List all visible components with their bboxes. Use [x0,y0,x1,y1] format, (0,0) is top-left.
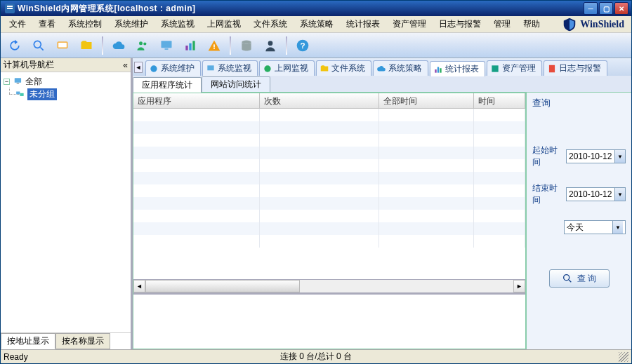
sidebar-collapse-icon[interactable]: « [123,60,128,70]
svg-rect-17 [15,78,21,82]
chevron-down-icon[interactable]: ▼ [614,150,625,163]
tabs-scroll-left-icon[interactable]: ◄ [134,62,143,73]
modtab-sysmon[interactable]: 系统监视 [202,60,258,76]
start-time-label: 起始时间 [532,144,563,168]
grid-body[interactable] [133,109,525,279]
svg-rect-10 [192,41,195,50]
col-count[interactable]: 次数 [260,93,379,108]
close-button[interactable]: ✕ [614,2,628,15]
tool-cloud-icon[interactable] [109,36,129,55]
tool-database-icon[interactable] [237,36,256,55]
toolbar-separator [102,36,103,55]
grid-header: 应用程序 次数 全部时间 时间 [133,93,525,109]
range-combo[interactable]: ▼ [564,220,626,234]
chevron-down-icon[interactable]: ▼ [612,221,623,234]
tool-user-icon[interactable] [261,36,280,55]
chevron-down-icon[interactable]: ▼ [614,188,625,201]
range-input[interactable] [565,221,612,234]
menu-sysmon[interactable]: 系统监视 [155,17,200,32]
query-button-label: 查 询 [577,273,596,285]
tool-users-icon[interactable] [133,36,152,55]
group-icon [15,88,26,100]
sidetab-by-address[interactable]: 按地址显示 [1,333,55,349]
svg-point-29 [563,275,569,281]
tree-expander-icon[interactable]: − [4,79,10,85]
tree-label: 未分组 [27,88,57,100]
brand-logo: WinShield [562,17,628,32]
col-app[interactable]: 应用程序 [133,93,260,108]
tool-refresh-icon[interactable] [5,36,25,55]
modtab-sysmaint[interactable]: 系统维护 [145,60,201,76]
svg-rect-25 [437,67,439,72]
menu-help[interactable]: 帮助 [518,17,546,32]
menubar: 文件 查看 系统控制 系统维护 系统监视 上网监视 文件系统 系统策略 统计报表… [1,16,631,33]
window-title: WinShield内网管理系统[localhost : admin] [18,3,584,15]
svg-rect-22 [207,65,213,70]
menu-assets[interactable]: 资产管理 [387,17,432,32]
minimize-button[interactable]: ─ [584,2,598,15]
svg-point-5 [143,42,146,45]
menu-syscontrol[interactable]: 系统控制 [62,17,107,32]
svg-rect-9 [189,43,191,50]
menu-logs[interactable]: 日志与报警 [433,17,487,32]
svg-rect-12 [213,48,215,49]
tool-help-icon[interactable]: ? [293,36,312,55]
tree-node-all[interactable]: − 全部 [2,75,129,88]
end-time-combo[interactable]: ▼ [566,187,626,201]
start-time-input[interactable] [567,150,614,163]
modtab-filesys[interactable]: 文件系统 [316,60,371,76]
resize-grip-icon[interactable] [619,352,628,362]
maximize-button[interactable]: ▢ [599,2,613,15]
sidetab-by-name[interactable]: 按名称显示 [55,333,110,349]
svg-point-13 [242,40,251,43]
scroll-right-icon[interactable]: ► [513,280,525,292]
menu-netmon[interactable]: 上网监视 [202,17,246,32]
end-time-input[interactable] [567,188,614,201]
menu-file[interactable]: 文件 [4,17,32,32]
modtab-reports[interactable]: 统计报表 [430,61,485,76]
col-time[interactable]: 时间 [474,93,525,108]
tool-chart-icon[interactable] [180,36,200,55]
col-total[interactable]: 全部时间 [379,93,474,108]
tool-monitor-icon[interactable] [157,36,176,55]
sidebar-bottom-tabs: 按地址显示 按名称显示 [1,332,131,349]
modtab-assets[interactable]: 资产管理 [487,60,542,76]
titlebar: WinShield内网管理系统[localhost : admin] ─ ▢ ✕ [1,1,631,16]
modtab-logs[interactable]: 日志与报警 [544,60,607,76]
svg-point-4 [139,41,143,45]
tool-search-icon[interactable] [29,36,48,55]
sidebar-header: 计算机导航栏 « [1,58,131,72]
tool-warning-icon[interactable] [204,36,224,55]
query-button[interactable]: 查 询 [549,269,610,288]
svg-rect-6 [162,41,172,48]
start-time-combo[interactable]: ▼ [566,149,626,163]
brand-text: WinShield [580,19,624,30]
tool-folder-icon[interactable] [77,36,96,55]
modtab-syspolicy[interactable]: 系统策略 [373,60,428,76]
svg-rect-7 [165,48,169,50]
menu-view[interactable]: 查看 [33,17,61,32]
scroll-thumb[interactable] [145,280,300,292]
tool-scan-icon[interactable] [53,36,72,55]
svg-rect-19 [16,92,20,95]
query-title: 查询 [532,97,626,109]
svg-rect-20 [20,93,23,96]
menu-reports[interactable]: 统计报表 [341,17,386,32]
menu-sysmaint[interactable]: 系统维护 [109,17,154,32]
tree-node-ungrouped[interactable]: 未分组 [2,88,129,100]
subtab-web-stats[interactable]: 网站访问统计 [202,76,270,92]
toolbar-separator [286,36,287,55]
svg-point-1 [34,41,41,48]
subtab-app-stats[interactable]: 应用程序统计 [133,77,202,93]
menu-syspolicy[interactable]: 系统策略 [294,17,339,32]
svg-rect-8 [185,46,187,50]
menu-manage[interactable]: 管理 [488,17,516,32]
modtab-netmon[interactable]: 上网监视 [259,60,315,76]
horizontal-scrollbar[interactable]: ◄ ► [133,280,525,292]
scroll-left-icon[interactable]: ◄ [133,280,145,292]
svg-rect-3 [58,42,67,47]
svg-text:?: ? [300,41,305,50]
tree-label: 全部 [25,76,42,88]
computers-icon [13,76,24,87]
menu-filesys[interactable]: 文件系统 [248,17,293,32]
